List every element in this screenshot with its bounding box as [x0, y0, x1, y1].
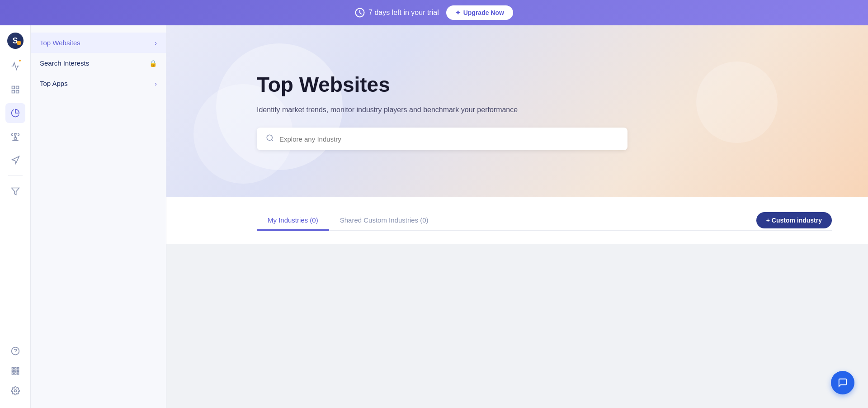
chart-line-icon [11, 62, 20, 71]
tabs-section: My Industries (0) Shared Custom Industri… [166, 197, 868, 244]
help-icon [11, 346, 20, 356]
sidebar-item-top-apps[interactable]: Top Apps › [31, 73, 166, 94]
sidebar-item-search-interests[interactable]: Search Interests 🔒 [31, 53, 166, 73]
chat-icon [838, 378, 848, 388]
svg-rect-8 [12, 368, 13, 369]
hero-title: Top Websites [257, 72, 832, 97]
chevron-right-icon-2: › [155, 80, 157, 87]
svg-rect-11 [12, 370, 13, 371]
svg-point-18 [267, 135, 272, 140]
tabs-row: My Industries (0) Shared Custom Industri… [257, 211, 832, 231]
tab-my-industries[interactable]: My Industries (0) [257, 211, 329, 231]
svg-rect-1 [12, 86, 14, 89]
svg-rect-2 [16, 86, 19, 89]
lock-icon: 🔒 [149, 60, 157, 67]
nav-icon-grid[interactable] [5, 361, 25, 381]
icon-sidebar: S [0, 25, 31, 408]
table-icon [11, 85, 20, 94]
trophy-icon [11, 132, 20, 141]
svg-rect-13 [17, 370, 19, 371]
pie-chart-icon [11, 109, 20, 118]
svg-rect-5 [14, 138, 16, 139]
text-sidebar: Top Websites › Search Interests 🔒 Top Ap… [31, 25, 166, 408]
search-bar [257, 128, 627, 150]
chat-button[interactable] [831, 371, 854, 394]
sidebar-item-label-search-interests: Search Interests [40, 59, 89, 67]
svg-rect-15 [14, 373, 16, 374]
main-content: Top Websites Identify market trends, mon… [166, 25, 868, 408]
nav-bottom [5, 341, 25, 401]
nav-icon-help[interactable] [5, 341, 25, 361]
sidebar-item-label-top-apps: Top Apps [40, 80, 68, 87]
nav-icon-marketing[interactable] [5, 150, 25, 170]
svg-rect-12 [14, 370, 16, 371]
chevron-right-icon: › [155, 39, 157, 47]
nav-icon-rankings[interactable] [5, 127, 25, 147]
svg-line-19 [271, 139, 273, 141]
search-icon [266, 134, 274, 144]
sidebar-item-label-top-websites: Top Websites [40, 39, 80, 47]
logo-circle: S [7, 33, 24, 49]
upgrade-button[interactable]: ✦ Upgrade Now [446, 5, 513, 20]
settings-icon [11, 386, 20, 395]
custom-industry-button[interactable]: + Custom industry [756, 212, 832, 228]
nav-icon-filter[interactable] [5, 181, 25, 201]
logo: S [7, 33, 24, 49]
svg-rect-3 [12, 90, 14, 93]
svg-rect-16 [17, 373, 19, 374]
sparkle-icon: ✦ [455, 9, 461, 16]
svg-rect-10 [17, 368, 19, 369]
hero-subtitle: Identify market trends, monitor industry… [257, 106, 832, 114]
svg-rect-9 [14, 368, 16, 369]
megaphone-icon [11, 156, 20, 165]
filter-icon [11, 187, 20, 196]
trial-text: 7 days left in your trial [355, 8, 439, 18]
sidebar-item-top-websites[interactable]: Top Websites › [31, 33, 166, 53]
nav-divider [8, 176, 23, 176]
svg-point-17 [14, 390, 16, 392]
clock-icon [355, 8, 365, 18]
nav-icon-dashboard[interactable] [5, 80, 25, 100]
nav-icon-market-analysis[interactable] [5, 103, 25, 123]
nav-icon-settings[interactable] [5, 381, 25, 401]
grid-icon [11, 366, 20, 375]
logo-dot [17, 41, 21, 45]
tab-shared-custom-industries[interactable]: Shared Custom Industries (0) [329, 211, 439, 231]
industry-search-input[interactable] [279, 135, 618, 143]
nav-icon-analytics[interactable] [5, 56, 25, 76]
svg-rect-4 [16, 90, 19, 93]
hero-section: Top Websites Identify market trends, mon… [166, 25, 868, 197]
notification-dot [18, 59, 22, 62]
svg-rect-14 [12, 373, 13, 374]
trial-banner: 7 days left in your trial ✦ Upgrade Now [0, 0, 868, 25]
tab-actions: + Custom industry [756, 212, 832, 228]
